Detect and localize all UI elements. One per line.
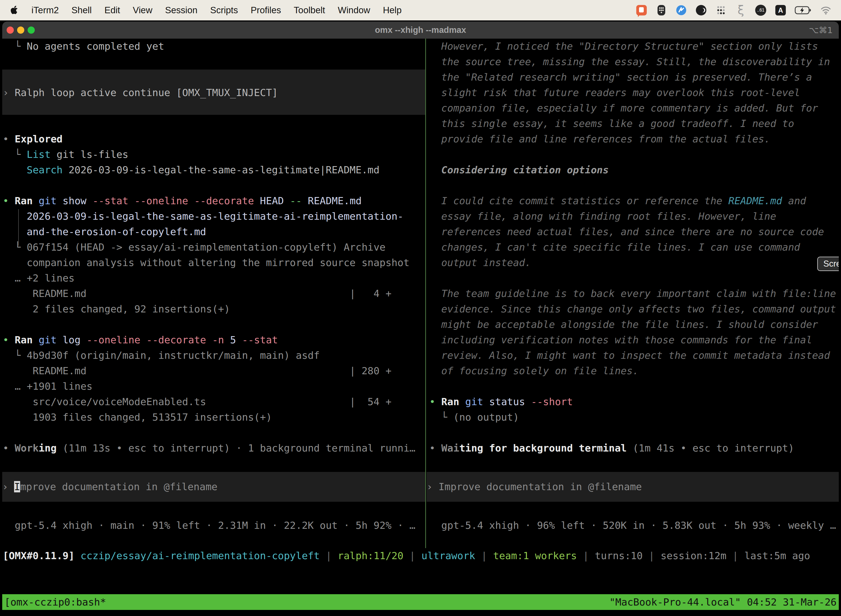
menu-item[interactable]: View: [133, 5, 152, 15]
menu-item[interactable]: Window: [338, 5, 370, 15]
menu-bar: iTerm2ShellEditViewSessionScriptsProfile…: [0, 0, 841, 21]
menu-item[interactable]: Help: [383, 5, 402, 15]
apple-menu-icon[interactable]: [10, 5, 19, 15]
window-title: omx --xhigh --madmax: [2, 25, 839, 35]
window-shortcut-hint: ⌥⌘1: [809, 22, 833, 39]
screen-tooltip-label: Scre: [823, 259, 839, 269]
right-prompt-input[interactable]: › Improve documentation in @filename: [426, 472, 839, 502]
omx-status-bar: [OMX#0.11.9] cczip/essay/ai-reimplementa…: [3, 548, 839, 563]
menu-status-icons: ξ ..61 A: [636, 4, 841, 16]
circle-61-badge[interactable]: ..61: [755, 4, 766, 16]
screen-tooltip: Scre: [817, 257, 839, 271]
tmux-host-clock: "MacBook-Pro-44.local" 04:52 31-Mar-26: [609, 594, 837, 610]
window-title-bar[interactable]: omx --xhigh --madmax ⌥⌘1: [2, 22, 839, 39]
keyboard-a-icon[interactable]: A: [775, 4, 786, 16]
wifi-icon[interactable]: [820, 4, 832, 16]
pane-divider[interactable]: [425, 39, 426, 548]
shield-grid-icon[interactable]: [656, 4, 667, 16]
menu-item[interactable]: Scripts: [210, 5, 238, 15]
crescent-circle-icon[interactable]: [695, 4, 707, 16]
menu-item[interactable]: Edit: [104, 5, 120, 15]
menu-item[interactable]: Session: [165, 5, 197, 15]
tmux-status-bar: [omx-cczip0:bash* "MacBook-Pro-44.local"…: [2, 594, 839, 610]
iterm-window: omx --xhigh --madmax ⌥⌘1 └ No agents com…: [2, 22, 839, 616]
chat-bubble-icon[interactable]: [636, 4, 647, 16]
menu-items: iTerm2ShellEditViewSessionScriptsProfile…: [0, 5, 402, 15]
menu-item[interactable]: iTerm2: [31, 5, 59, 15]
left-prompt-input[interactable]: › Improve documentation in @filename: [2, 472, 425, 502]
blue-badge-icon[interactable]: [675, 4, 687, 16]
terminal-content: └ No agents completed yet› Ralph loop ac…: [2, 39, 839, 616]
dots-grid-icon[interactable]: [715, 4, 727, 16]
tmux-session-label: [omx-cczip0:bash*: [4, 594, 106, 610]
menu-item[interactable]: Shell: [72, 5, 92, 15]
squiggle-icon[interactable]: ξ: [735, 4, 747, 16]
menu-item[interactable]: Toolbelt: [294, 5, 325, 15]
menu-item[interactable]: Profiles: [251, 5, 281, 15]
battery-charging-icon[interactable]: [795, 4, 812, 16]
